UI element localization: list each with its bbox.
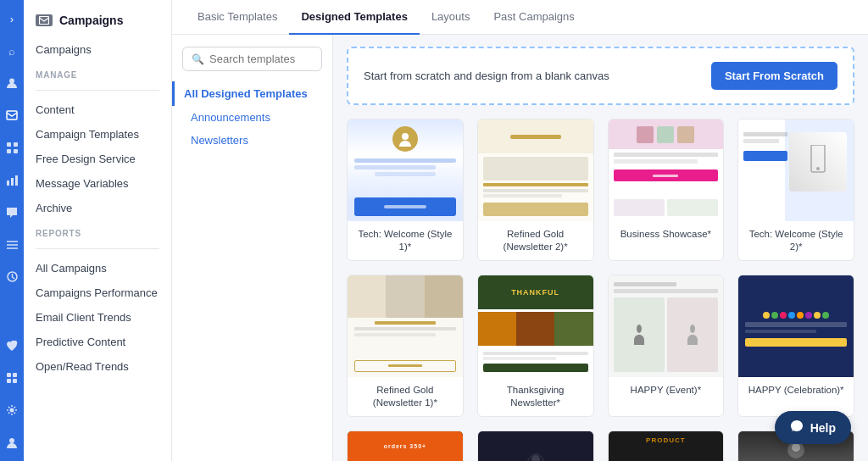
template-card[interactable]: Business Showcase* — [608, 119, 725, 261]
sidebar-item-message-variables[interactable]: Message Variables — [24, 171, 171, 196]
tab-basic-templates[interactable]: Basic Templates — [186, 0, 289, 35]
tab-designed-templates[interactable]: Designed Templates — [289, 0, 419, 35]
help-button[interactable]: Help — [775, 411, 851, 444]
sidebar-item-content[interactable]: Content — [24, 97, 171, 122]
template-thumbnail — [609, 119, 724, 221]
template-label: Refined Gold (Newsletter 2)* — [478, 221, 593, 260]
template-label: Refined Gold (Newsletter 1)* — [348, 377, 463, 416]
template-area: 🔍 All Designed Templates Announcements N… — [172, 35, 868, 461]
template-thumbnail — [738, 275, 854, 377]
scratch-text: Start from scratch and design from a bla… — [364, 69, 609, 82]
template-thumbnail — [478, 119, 593, 221]
template-thumbnail: PRODUCT — [609, 431, 724, 461]
svg-rect-6 — [7, 181, 9, 186]
template-label: Tech: Welcome (Style 2)* — [738, 221, 854, 260]
svg-point-23 — [637, 325, 642, 333]
grid-area: Start from scratch and design from a bla… — [333, 35, 868, 461]
message-icon[interactable] — [3, 203, 20, 220]
svg-rect-2 — [7, 142, 11, 147]
app-mail-icon — [36, 14, 53, 26]
grid-icon[interactable] — [3, 139, 20, 156]
search-box: 🔍 — [182, 47, 322, 71]
search-icon: 🔍 — [192, 53, 204, 65]
sidebar-item-archive[interactable]: Archive — [24, 196, 171, 220]
svg-point-22 — [816, 167, 820, 170]
template-card[interactable]: HAPPY (Celebration)* — [737, 275, 854, 417]
svg-point-0 — [9, 79, 14, 84]
svg-rect-4 — [7, 149, 11, 153]
tab-past-campaigns[interactable]: Past Campaigns — [481, 0, 586, 35]
left-nav: Campaigns Campaigns MANAGE Content Campa… — [24, 0, 172, 461]
filter-announcements[interactable]: Announcements — [172, 106, 332, 129]
svg-point-18 — [9, 438, 14, 443]
svg-rect-13 — [7, 373, 11, 377]
app-title-text: Campaigns — [59, 14, 123, 27]
template-thumbnail — [348, 119, 463, 221]
template-thumbnail: orders 350+ — [348, 431, 463, 461]
svg-rect-7 — [11, 178, 14, 186]
svg-point-20 — [402, 133, 409, 140]
search-wrapper: 🔍 — [172, 47, 332, 81]
mail-active-icon[interactable] — [3, 107, 20, 124]
user-icon[interactable] — [3, 75, 20, 92]
template-card[interactable]: Tech: Welcome (Style 1)* — [347, 119, 464, 261]
clock-icon[interactable] — [3, 268, 20, 285]
search-icon[interactable]: ⌕ — [3, 42, 20, 59]
sidebar-item-predictive-content[interactable]: Predictive Content — [24, 330, 171, 354]
help-label: Help — [810, 421, 836, 435]
template-label: Tech: Welcome (Style 1)* — [348, 221, 463, 260]
filter-panel: 🔍 All Designed Templates Announcements N… — [172, 35, 333, 461]
template-label: HAPPY (Celebration)* — [738, 377, 854, 403]
scratch-banner: Start from scratch and design from a bla… — [347, 47, 854, 105]
sidebar-item-email-client-trends[interactable]: Email Client Trends — [24, 305, 171, 330]
sidebar-item-open-read-trends[interactable]: Open/Read Trends — [24, 354, 171, 379]
template-thumbnail — [478, 431, 593, 461]
search-input[interactable] — [209, 53, 313, 65]
tab-layouts[interactable]: Layouts — [420, 0, 482, 35]
template-label: Business Showcase* — [609, 221, 724, 247]
puzzle-icon[interactable] — [3, 369, 20, 386]
template-label: Thanksgiving Newsletter* — [478, 377, 593, 416]
svg-point-17 — [10, 408, 14, 413]
template-card[interactable]: Refined Gold (Newsletter 1)* — [347, 275, 464, 417]
template-card[interactable]: orders 350+ — [347, 430, 464, 461]
template-card[interactable]: THANKFUL — [477, 275, 594, 417]
filter-newsletters[interactable]: Newsletters — [172, 129, 332, 152]
svg-rect-14 — [13, 373, 17, 377]
sidebar-item-campaigns[interactable]: Campaigns — [24, 37, 171, 62]
sidebar-item-free-design-service[interactable]: Free Design Service — [24, 147, 171, 171]
start-from-scratch-button[interactable]: Start From Scratch — [711, 62, 837, 90]
app-title: Campaigns — [24, 10, 171, 37]
heart-icon[interactable] — [3, 337, 20, 354]
template-card[interactable] — [477, 430, 594, 461]
svg-point-29 — [531, 455, 540, 461]
svg-rect-8 — [15, 175, 18, 186]
filter-all-designed[interactable]: All Designed Templates — [172, 81, 332, 106]
svg-rect-16 — [13, 379, 17, 383]
chart-icon[interactable] — [3, 171, 20, 188]
svg-rect-19 — [40, 17, 49, 25]
template-card[interactable]: HAPPY (Event)* — [608, 275, 725, 417]
svg-rect-15 — [7, 379, 11, 383]
template-thumbnail — [609, 275, 724, 377]
sidebar-item-all-campaigns[interactable]: All Campaigns — [24, 256, 171, 280]
template-thumbnail — [738, 119, 854, 221]
svg-rect-3 — [14, 142, 18, 147]
icon-sidebar: › ⌕ — [0, 0, 24, 461]
template-thumbnail: THANKFUL — [478, 275, 593, 377]
reports-divider — [36, 248, 159, 249]
chat-icon — [790, 419, 804, 436]
gear-icon[interactable] — [3, 402, 20, 419]
list-icon[interactable] — [3, 236, 20, 253]
template-thumbnail — [348, 275, 463, 377]
svg-point-31 — [792, 443, 800, 452]
tab-bar: Basic Templates Designed Templates Layou… — [172, 0, 868, 35]
template-card[interactable]: PRODUCT — [608, 430, 725, 461]
sidebar-item-campaigns-performance[interactable]: Campaigns Performance — [24, 280, 171, 305]
template-card[interactable]: Refined Gold (Newsletter 2)* — [477, 119, 594, 261]
profile-bottom-icon[interactable] — [3, 434, 20, 451]
chevron-right-icon[interactable]: › — [3, 10, 20, 27]
reports-section-label: REPORTS — [24, 220, 171, 242]
sidebar-item-campaign-templates[interactable]: Campaign Templates — [24, 122, 171, 147]
template-card[interactable]: Tech: Welcome (Style 2)* — [737, 119, 854, 261]
